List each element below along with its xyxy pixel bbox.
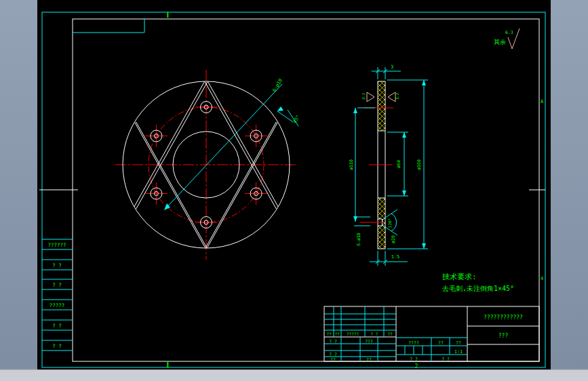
- note-csink: ø20: [391, 235, 396, 243]
- rev-row-2: ? ?: [52, 262, 62, 268]
- rev-col-1: ??: [326, 332, 332, 336]
- roughness-rest-label: 其余: [494, 39, 506, 45]
- mid-header-2: ??: [438, 340, 444, 346]
- hatch-bottom: [378, 226, 385, 249]
- dim-bolt-circle: ø110: [349, 159, 354, 170]
- rev-col-2: ??: [334, 332, 340, 336]
- tech-req-title: 技术要求:: [442, 273, 477, 281]
- sign-r4c2: ??: [366, 357, 372, 363]
- rev-col-5: ??: [387, 332, 393, 336]
- cad-window: 2 A 4 ?????? ? ? ? ? ????? ? ? ? ?: [0, 0, 588, 381]
- rev-row-1: ??????: [47, 242, 66, 248]
- hatch-top: [378, 81, 385, 131]
- sign-r1c2: ???: [365, 339, 373, 344]
- drawing-number-cell: ???: [498, 333, 509, 339]
- hatch-mid: [378, 198, 385, 219]
- roughness-value-right: 3.2: [395, 93, 399, 100]
- roughness-rest-value: 6.3: [505, 30, 513, 35]
- dim-bore: ø64: [396, 160, 401, 168]
- scale-cell: 1:1: [454, 349, 463, 355]
- bottom-bar: [0, 369, 588, 381]
- rev-row-5: ? ?: [52, 323, 62, 329]
- zone-letter-bottom: 4: [541, 276, 543, 281]
- note-holes: 6-ø10: [356, 233, 361, 246]
- fold-number: 2: [415, 363, 418, 369]
- roughness-value-left: 3.2: [361, 93, 366, 100]
- rev-row-4: ?????: [50, 302, 65, 308]
- mid-header-3: ??: [456, 340, 461, 346]
- product-name-cell: ????????????: [484, 315, 523, 321]
- dim-outer: ø160: [416, 159, 422, 170]
- fold-mark-top: [167, 12, 169, 18]
- sheet-count-a: ? ?: [410, 357, 418, 362]
- dim-thickness: 3: [391, 64, 393, 70]
- dim-angle: 120°: [387, 218, 392, 228]
- sign-r4c1: ??: [330, 357, 336, 363]
- drawing-canvas[interactable]: [37, 0, 551, 369]
- cad-viewport[interactable]: 2 A 4 ?????? ? ? ? ? ????? ? ? ? ?: [0, 0, 588, 381]
- fold-mark-bottom: [167, 362, 169, 368]
- rev-row-6: ? ?: [52, 343, 62, 349]
- sign-r1c1: ? ?: [329, 339, 337, 344]
- tech-req-line: 去毛刺,未注倒角1×45°: [442, 285, 514, 292]
- dim-step: 1.5: [391, 254, 400, 260]
- rev-row-3: ? ?: [52, 282, 62, 288]
- rev-col-3: ?????: [347, 332, 359, 336]
- mid-header-1: ????: [408, 340, 419, 346]
- sheet-count-b: ? ?: [442, 357, 450, 362]
- rev-col-4: ? ?: [371, 332, 378, 336]
